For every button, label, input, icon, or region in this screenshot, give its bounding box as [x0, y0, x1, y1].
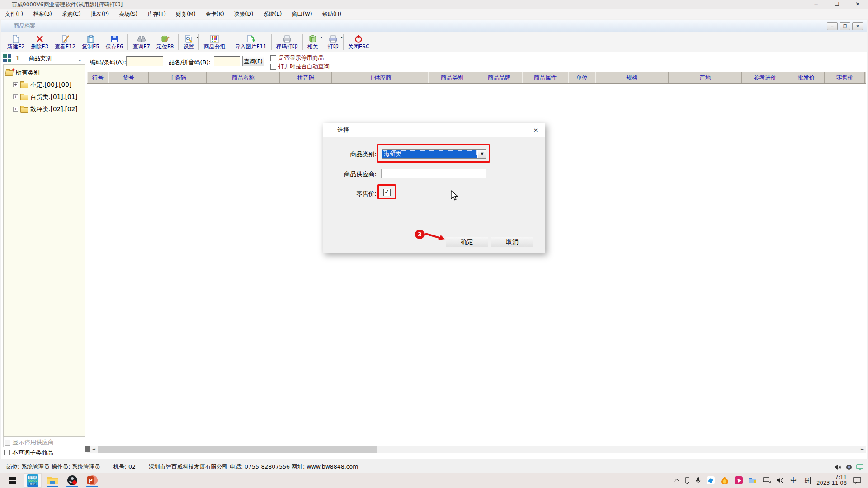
tree-item-undetermined[interactable]: + 不定.[00].[00]: [5, 79, 85, 91]
auto-query-row[interactable]: 打开时是否自动查询: [270, 63, 330, 70]
menu-system[interactable]: 系统(E): [258, 9, 287, 19]
col-attribute[interactable]: 商品属性: [522, 72, 568, 83]
scroll-right-icon[interactable]: ►: [859, 446, 866, 453]
scrollbar-thumb[interactable]: [98, 446, 377, 453]
inner-minimize-button[interactable]: ─: [827, 22, 838, 30]
menu-store[interactable]: 卖场(S): [114, 9, 142, 19]
expand-plus-icon[interactable]: +: [13, 82, 18, 87]
tree-item-general-goods[interactable]: + 百货类.[01].[01]: [5, 91, 85, 103]
name-input[interactable]: [214, 56, 240, 66]
tray-folder-lock-icon[interactable]: [749, 477, 757, 484]
inner-close-button[interactable]: ✕: [852, 22, 863, 30]
dropdown-arrow-icon[interactable]: ▾: [321, 36, 322, 39]
splitter-grip[interactable]: [85, 446, 90, 452]
no-subclass-query-checkbox[interactable]: [4, 450, 10, 455]
col-main-barcode[interactable]: 主条码: [149, 72, 207, 83]
query-f-button[interactable]: 查询(F): [242, 56, 264, 66]
print-button[interactable]: 打印 ▾: [325, 32, 342, 52]
menu-window[interactable]: 窗口(W): [287, 9, 317, 19]
menu-purchase[interactable]: 采购(C): [57, 9, 86, 19]
view-button[interactable]: 查看F12: [52, 32, 79, 52]
tray-magenta-app-icon[interactable]: [735, 476, 743, 484]
camera-icon[interactable]: [846, 464, 852, 470]
col-product-name[interactable]: 商品名称: [207, 72, 280, 83]
menu-help[interactable]: 帮助(H): [317, 9, 346, 19]
expand-plus-icon[interactable]: +: [13, 94, 18, 99]
show-disabled-products-row[interactable]: 是否显示停用商品: [270, 54, 324, 62]
menu-wholesale[interactable]: 批发(P): [86, 9, 114, 19]
annotation-rect-checkbox: [377, 184, 396, 199]
dialog-close-icon[interactable]: ✕: [527, 127, 545, 134]
network-display-icon[interactable]: [763, 477, 771, 484]
locate-button[interactable]: 定位F8: [153, 32, 177, 52]
microphone-icon[interactable]: [696, 477, 701, 484]
horizontal-scrollbar[interactable]: ◄ ►: [87, 446, 866, 453]
col-pinyin[interactable]: 拼音码: [280, 72, 332, 83]
code-input[interactable]: [126, 56, 163, 66]
menu-archive[interactable]: 档案(B): [28, 9, 57, 19]
ok-button[interactable]: 确定: [446, 237, 488, 247]
close-button[interactable]: ✕: [847, 0, 868, 9]
menu-finance[interactable]: 财务(M): [171, 9, 201, 19]
volume-icon[interactable]: [834, 464, 842, 470]
minimize-button[interactable]: ─: [806, 0, 826, 9]
col-row-number[interactable]: 行号: [87, 72, 108, 83]
inner-restore-button[interactable]: ❐: [840, 22, 850, 30]
scroll-left-icon[interactable]: ◄: [90, 446, 98, 453]
col-retail-price[interactable]: 零售价: [825, 72, 865, 83]
speaker-icon[interactable]: [777, 477, 784, 483]
taskbar-app-explorer[interactable]: [43, 473, 61, 488]
new-doc-icon: [11, 34, 21, 43]
usb-device-icon[interactable]: [684, 477, 690, 484]
taskbar-app-obs[interactable]: [63, 473, 81, 488]
dropdown-arrow-icon[interactable]: ▾: [341, 36, 343, 39]
menu-inventory[interactable]: 库存(T): [142, 9, 171, 19]
tray-blue-app-icon[interactable]: [707, 476, 715, 484]
taskbar-app-baiwei[interactable]: 智百威 9000V6 商业: [24, 473, 42, 488]
maximize-button[interactable]: ☐: [826, 0, 847, 9]
menu-goldcard[interactable]: 金卡(K): [201, 9, 229, 19]
tree-item-bulk-weigh[interactable]: + 散秤类.[02].[02]: [5, 103, 85, 115]
import-image-button[interactable]: 导入图片F11: [231, 32, 269, 52]
close-esc-button[interactable]: 关闭ESC: [345, 32, 373, 52]
scale-print-button[interactable]: 秤码打印: [273, 32, 301, 52]
col-unit[interactable]: 单位: [568, 72, 595, 83]
query-button[interactable]: 查询F7: [129, 32, 153, 52]
tray-flame-app-icon[interactable]: [721, 476, 729, 484]
col-main-supplier[interactable]: 主供应商: [332, 72, 428, 83]
col-origin[interactable]: 产地: [669, 72, 742, 83]
col-item-number[interactable]: 货号: [108, 72, 149, 83]
menu-decision[interactable]: 决策(D): [229, 9, 259, 19]
related-button[interactable]: 相关 ▾: [304, 32, 321, 52]
dropdown-arrow-icon[interactable]: ▾: [197, 36, 198, 39]
tree-item-all-categories[interactable]: 所有类别: [5, 66, 85, 79]
delete-button[interactable]: 删除F3: [28, 32, 52, 52]
taskbar-clock[interactable]: 7:11 2023-11-08: [816, 474, 847, 486]
col-min-price[interactable]: 最低售价: [865, 72, 866, 83]
pinyin-indicator[interactable]: 拼: [803, 477, 811, 484]
taskbar-app-powerpoint[interactable]: P: [83, 473, 101, 488]
col-category[interactable]: 商品类别: [428, 72, 476, 83]
save-button[interactable]: 保存F6: [103, 32, 127, 52]
ime-indicator[interactable]: 中: [790, 476, 797, 485]
col-wholesale-price[interactable]: 批发价: [788, 72, 825, 83]
product-group-button[interactable]: 商品分组: [200, 32, 228, 52]
col-brand[interactable]: 商品品牌: [476, 72, 522, 83]
supplier-input[interactable]: [381, 169, 486, 178]
col-spec[interactable]: 规格: [595, 72, 669, 83]
col-ref-purchase-price[interactable]: 参考进价: [742, 72, 788, 83]
cancel-button[interactable]: 取消: [491, 237, 533, 247]
expand-plus-icon[interactable]: +: [13, 107, 18, 112]
auto-query-checkbox[interactable]: [270, 64, 276, 70]
settings-button[interactable]: 设置 ▾: [180, 32, 197, 52]
notification-icon[interactable]: [853, 477, 862, 484]
show-disabled-products-checkbox[interactable]: [270, 55, 276, 61]
category-type-select[interactable]: 1 一 商品类别 ⌄: [13, 53, 85, 63]
display-icon[interactable]: [856, 464, 863, 470]
menu-file[interactable]: 文件(F): [0, 9, 28, 19]
start-button[interactable]: [4, 473, 22, 488]
tray-expand-icon[interactable]: [674, 479, 679, 483]
new-button[interactable]: 新建F2: [4, 32, 28, 52]
copy-button[interactable]: 复制F5: [79, 32, 103, 52]
no-subclass-query-row[interactable]: 不查询子类商品: [3, 447, 85, 458]
